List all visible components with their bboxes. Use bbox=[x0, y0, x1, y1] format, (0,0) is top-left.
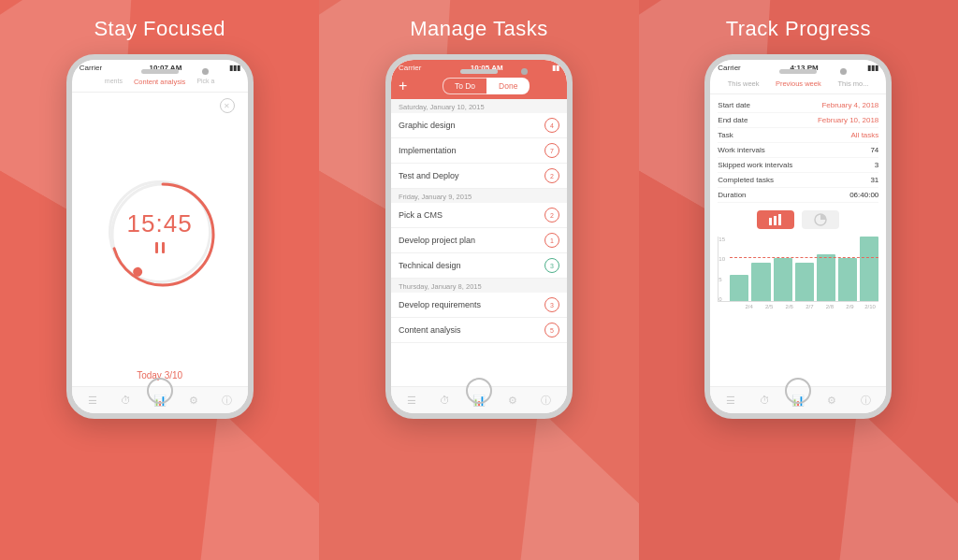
nav-clock-icon[interactable]: ⏱ bbox=[437, 392, 454, 409]
chart-bar-1 bbox=[730, 275, 748, 301]
nav-info-icon[interactable]: ⓘ bbox=[538, 392, 555, 409]
chart-bar-3 bbox=[774, 258, 792, 301]
phone-speaker bbox=[779, 69, 817, 74]
task-name: Test and Deploy bbox=[399, 171, 459, 180]
phone-home-button[interactable] bbox=[466, 378, 492, 404]
task-item-implementation[interactable]: Implementation 7 bbox=[391, 138, 567, 164]
phone-speaker bbox=[141, 69, 179, 74]
task-count-badge: 1 bbox=[544, 233, 559, 248]
panel-stay-focused: Stay Focused Carrier 10:07 AM ▮▮▮ ments … bbox=[0, 0, 319, 560]
phone-2: Carrier 10:05 AM ▮▮ + To Do Done Saturda… bbox=[385, 54, 573, 419]
period-tabs: This week Previous week This mo... bbox=[710, 74, 886, 94]
phone-screen-2: Carrier 10:05 AM ▮▮ + To Do Done Saturda… bbox=[391, 60, 567, 413]
tab-content-analysis[interactable]: Content analysis bbox=[128, 76, 191, 88]
tab-pick[interactable]: Pick a bbox=[191, 76, 220, 88]
stat-skipped: Skipped work intervals 3 bbox=[718, 158, 878, 173]
task-name: Implementation bbox=[399, 146, 457, 155]
bar-chart-button[interactable] bbox=[757, 210, 794, 229]
nav-list-icon[interactable]: ☰ bbox=[403, 392, 420, 409]
battery-icon: ▮▮▮ bbox=[229, 64, 240, 72]
x-label: 2/7 bbox=[801, 304, 819, 309]
tab-done[interactable]: Done bbox=[486, 78, 530, 94]
x-label: 2/5 bbox=[761, 304, 778, 309]
tab-moments[interactable]: ments bbox=[99, 76, 128, 88]
task-count-badge: 2 bbox=[544, 208, 559, 223]
bar-chart-icon bbox=[768, 214, 783, 225]
chart-bar-2 bbox=[751, 263, 770, 301]
timer-progress-ring bbox=[109, 180, 217, 289]
phone-speaker bbox=[460, 69, 498, 74]
panel-track-progress: Track Progress Carrier 4:13 PM ▮▮▮ This … bbox=[639, 0, 958, 560]
stat-value: February 4, 2018 bbox=[821, 101, 878, 109]
svg-rect-3 bbox=[769, 218, 772, 225]
x-label: 2/6 bbox=[780, 304, 798, 309]
chart-y-axis: 15 10 5 0 bbox=[718, 237, 725, 302]
nav-info-icon[interactable]: ⓘ bbox=[857, 392, 874, 409]
stat-value: 06:40:00 bbox=[849, 191, 878, 199]
chart-bar-4 bbox=[795, 263, 814, 301]
task-date-friday: Friday, January 9, 2015 bbox=[391, 189, 567, 203]
phone-3: Carrier 4:13 PM ▮▮▮ This week Previous w… bbox=[704, 54, 892, 419]
task-item-graphic-design[interactable]: Graphic design 4 bbox=[391, 113, 567, 138]
tab-previous-week[interactable]: Previous week bbox=[773, 78, 824, 90]
panel-manage-tasks: Manage Tasks Carrier 10:05 AM ▮▮ + To Do… bbox=[319, 0, 638, 560]
y-label: 0 bbox=[718, 296, 725, 302]
x-label: 2/8 bbox=[821, 304, 839, 309]
phone-1: Carrier 10:07 AM ▮▮▮ ments Content analy… bbox=[66, 54, 254, 419]
stat-label: Completed tasks bbox=[718, 176, 774, 184]
task-tabs: ments Content analysis Pick a bbox=[72, 74, 248, 93]
reference-line bbox=[730, 257, 878, 258]
task-name: Develop requirements bbox=[399, 300, 481, 309]
nav-info-icon[interactable]: ⓘ bbox=[219, 392, 236, 409]
pie-chart-button[interactable] bbox=[802, 210, 839, 229]
nav-list-icon[interactable]: ☰ bbox=[84, 392, 101, 409]
nav-gear-icon[interactable]: ⚙ bbox=[504, 392, 521, 409]
stat-completed: Completed tasks 31 bbox=[718, 173, 878, 188]
panel-title-2: Manage Tasks bbox=[410, 17, 547, 41]
stat-value: 74 bbox=[870, 146, 878, 154]
task-name: Pick a CMS bbox=[399, 210, 443, 220]
task-item-cms[interactable]: Pick a CMS 2 bbox=[391, 203, 567, 228]
stat-label: Task bbox=[718, 131, 733, 139]
nav-clock-icon[interactable]: ⏱ bbox=[756, 392, 773, 409]
task-item-content-analysis[interactable]: Content analysis 5 bbox=[391, 318, 567, 343]
task-item-dev-requirements[interactable]: Develop requirements 3 bbox=[391, 293, 567, 318]
nav-gear-icon[interactable]: ⚙ bbox=[185, 392, 202, 409]
phone-camera bbox=[521, 68, 528, 75]
chart-bar-7 bbox=[860, 237, 878, 301]
stat-value: 31 bbox=[870, 176, 878, 184]
stats-section: Start date February 4, 2018 End date Feb… bbox=[710, 94, 886, 207]
task-item-test-deploy[interactable]: Test and Deploy 2 bbox=[391, 164, 567, 189]
x-label: 2/10 bbox=[862, 304, 879, 309]
stat-value: 3 bbox=[875, 161, 878, 169]
phone-home-button[interactable] bbox=[785, 378, 811, 404]
task-count-badge: 5 bbox=[544, 323, 559, 337]
task-item-technical-design[interactable]: Technical design 3 bbox=[391, 253, 567, 279]
stat-task: Task All tasks bbox=[718, 128, 878, 143]
x-label: 2/4 bbox=[740, 304, 758, 309]
stat-value: All tasks bbox=[851, 131, 879, 139]
stat-label: Start date bbox=[718, 101, 750, 109]
phone-home-button[interactable] bbox=[147, 378, 173, 404]
svg-rect-5 bbox=[778, 214, 781, 225]
tab-this-month[interactable]: This mo... bbox=[828, 78, 879, 90]
bar-chart-inner: 15 10 5 0 bbox=[718, 237, 878, 302]
nav-clock-icon[interactable]: ⏱ bbox=[118, 392, 135, 409]
tab-this-week[interactable]: This week bbox=[718, 78, 769, 90]
task-item-project-plan[interactable]: Develop project plan 1 bbox=[391, 228, 567, 253]
y-label: 10 bbox=[718, 256, 725, 262]
tab-todo[interactable]: To Do bbox=[443, 78, 486, 94]
phone-camera bbox=[202, 68, 209, 75]
task-count-badge: 3 bbox=[544, 258, 559, 273]
nav-list-icon[interactable]: ☰ bbox=[722, 392, 739, 409]
phone-screen-3: Carrier 4:13 PM ▮▮▮ This week Previous w… bbox=[710, 60, 886, 413]
stat-start-date: Start date February 4, 2018 bbox=[718, 98, 878, 113]
pie-chart-icon bbox=[814, 213, 827, 226]
task-count-badge: 4 bbox=[544, 118, 559, 133]
add-task-button[interactable]: + bbox=[399, 79, 407, 93]
timer-area: ✕ 15:45 bbox=[72, 93, 248, 370]
task-name: Develop project plan bbox=[399, 236, 475, 245]
close-button[interactable]: ✕ bbox=[220, 98, 235, 113]
nav-gear-icon[interactable]: ⚙ bbox=[823, 392, 840, 409]
chart-x-axis: 2/4 2/5 2/6 2/7 2/8 2/9 2/10 bbox=[718, 304, 878, 309]
